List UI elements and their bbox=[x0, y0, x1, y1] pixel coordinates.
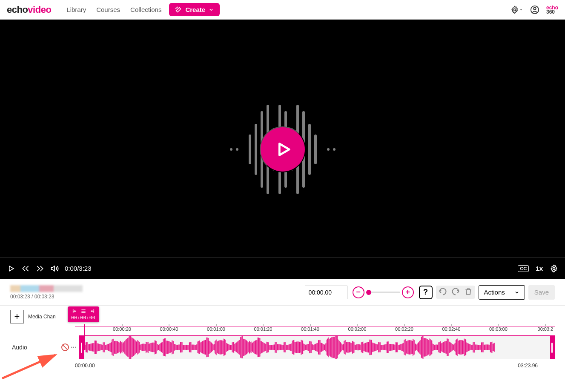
help-button[interactable]: ? bbox=[419, 286, 433, 299]
zoom-slider[interactable] bbox=[366, 292, 400, 293]
ruler[interactable]: 00:00:2000:00:4000:01:0000:01:2000:01:40… bbox=[75, 326, 555, 335]
main-nav: Library Courses Collections bbox=[66, 6, 161, 13]
mute-button[interactable] bbox=[61, 343, 69, 351]
wand-icon bbox=[175, 6, 182, 13]
create-label: Create bbox=[185, 6, 205, 13]
time-display: 0:00/3:23 bbox=[65, 265, 92, 272]
ruler-tick: 00:00:20 bbox=[113, 326, 131, 332]
nav-library[interactable]: Library bbox=[66, 6, 86, 13]
playhead-time: 00:00:00 bbox=[71, 315, 96, 320]
volume-button[interactable] bbox=[50, 264, 59, 273]
forward-icon bbox=[36, 264, 44, 273]
annotation-arrow bbox=[0, 351, 64, 379]
track-menu-button[interactable]: ⋯ bbox=[70, 344, 77, 351]
logo[interactable]: echovideo bbox=[7, 4, 51, 15]
ruler-tick: 00:02:00 bbox=[348, 326, 367, 332]
trim-handle-right[interactable] bbox=[550, 336, 554, 359]
clip-start-time: 00:00.00 bbox=[75, 363, 95, 369]
trim-handle-left[interactable] bbox=[80, 336, 84, 359]
speed-button[interactable]: 1x bbox=[536, 265, 543, 272]
zoom-control: − + bbox=[353, 286, 414, 298]
ruler-tick: 00:02:20 bbox=[395, 326, 413, 332]
forward-button[interactable] bbox=[36, 264, 44, 273]
play-button-large[interactable] bbox=[260, 126, 306, 172]
ruler-tick: 00:01:20 bbox=[254, 326, 272, 332]
play-icon bbox=[7, 264, 15, 273]
zoom-in-button[interactable]: + bbox=[402, 286, 414, 298]
nav-collections[interactable]: Collections bbox=[130, 6, 161, 13]
waveform bbox=[85, 336, 495, 359]
timecode-input[interactable] bbox=[305, 286, 347, 299]
volume-icon bbox=[50, 264, 59, 273]
media-duration: 00:03:23 / 00:03:23 bbox=[10, 294, 95, 300]
player-settings-button[interactable] bbox=[550, 264, 558, 273]
account-button[interactable] bbox=[530, 5, 539, 14]
redo-icon bbox=[451, 287, 460, 296]
logo-video: video bbox=[28, 4, 51, 15]
create-button[interactable]: Create bbox=[169, 3, 220, 16]
ruler-tick: 00:03:2 bbox=[538, 326, 554, 332]
svg-point-3 bbox=[553, 267, 555, 269]
header-right: echo 360 bbox=[511, 5, 558, 14]
echo360-logo[interactable]: echo 360 bbox=[546, 6, 558, 14]
timeline: 00:00:00 + Media Chan 00:00:2000:00:4000… bbox=[0, 306, 565, 379]
ruler-tick: 00:01:40 bbox=[301, 326, 319, 332]
delete-button[interactable] bbox=[464, 287, 473, 297]
svg-point-0 bbox=[513, 9, 516, 11]
actions-label: Actions bbox=[484, 289, 505, 296]
playhead-flag[interactable]: 00:00:00 bbox=[68, 306, 99, 322]
media-title-redacted bbox=[10, 285, 83, 292]
rewind-button[interactable] bbox=[21, 264, 30, 273]
clip-end-time: 03:23.96 bbox=[518, 363, 538, 369]
play-icon bbox=[273, 140, 293, 159]
caret-down-icon bbox=[519, 8, 523, 12]
media-title-block: 00:03:23 / 00:03:23 bbox=[10, 285, 95, 300]
settings-button[interactable] bbox=[511, 6, 523, 14]
trim-start-icon[interactable] bbox=[71, 308, 77, 314]
video-preview: 0:00/3:23 CC 1x bbox=[0, 20, 565, 279]
svg-point-2 bbox=[533, 7, 536, 10]
menu-icon[interactable] bbox=[80, 308, 86, 314]
editor-toolbar: 00:03:23 / 00:03:23 − + ? Actions Save bbox=[0, 279, 565, 306]
nav-courses[interactable]: Courses bbox=[96, 6, 120, 13]
trim-end-icon[interactable] bbox=[90, 308, 96, 314]
chevron-down-icon bbox=[209, 7, 214, 12]
gear-icon bbox=[550, 264, 558, 273]
app-header: echovideo Library Courses Collections Cr… bbox=[0, 0, 565, 20]
zoom-thumb[interactable] bbox=[366, 290, 371, 295]
add-track-button[interactable]: + bbox=[10, 310, 24, 323]
save-button[interactable]: Save bbox=[528, 285, 555, 300]
trash-icon bbox=[464, 287, 473, 296]
actions-button[interactable]: Actions bbox=[479, 285, 525, 300]
player-controls: 0:00/3:23 CC 1x bbox=[0, 257, 565, 279]
user-circle-icon bbox=[530, 5, 539, 14]
captions-button[interactable]: CC bbox=[518, 265, 529, 272]
logo-echo: echo bbox=[7, 4, 28, 15]
audio-clip[interactable] bbox=[79, 335, 555, 359]
redo-button[interactable] bbox=[451, 287, 460, 297]
svg-line-4 bbox=[2, 355, 55, 378]
ruler-tick: 00:01:00 bbox=[207, 326, 225, 332]
ruler-tick: 00:00:40 bbox=[160, 326, 178, 332]
zoom-out-button[interactable]: − bbox=[353, 286, 364, 298]
play-button[interactable] bbox=[7, 264, 15, 273]
playhead-line[interactable] bbox=[84, 324, 85, 350]
chevron-down-icon bbox=[514, 290, 519, 295]
media-channels-label: Media Chan bbox=[28, 314, 56, 320]
history-controls bbox=[436, 286, 475, 299]
undo-button[interactable] bbox=[439, 287, 447, 297]
ruler-tick: 00:03:00 bbox=[489, 326, 508, 332]
undo-icon bbox=[439, 287, 447, 296]
rewind-icon bbox=[21, 264, 30, 273]
ruler-tick: 00:02:40 bbox=[442, 326, 460, 332]
audio-track-row: Audio ⋯ bbox=[10, 335, 555, 359]
audio-visualizer bbox=[230, 105, 336, 194]
gear-icon bbox=[511, 6, 519, 14]
track-label-audio: Audio bbox=[10, 344, 61, 351]
